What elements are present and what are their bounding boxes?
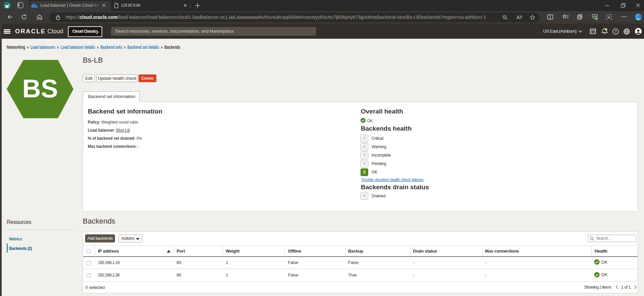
svg-text:?: ? bbox=[614, 30, 616, 34]
svg-text:BS: BS bbox=[22, 74, 58, 103]
